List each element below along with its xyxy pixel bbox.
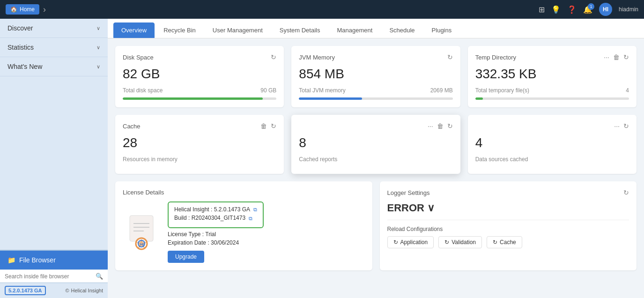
reload-app-icon: ↻ (393, 239, 398, 246)
search-bar: 🔍 (0, 269, 108, 283)
temp-progress (475, 97, 629, 100)
copy-product-icon[interactable]: ⧉ (253, 207, 257, 212)
disk-space-header: Disk Space ↻ (123, 53, 276, 61)
main-layout: Discover ∨ Statistics ∨ What's New ∨ 📁 F… (0, 19, 644, 298)
error-text: ERROR (387, 202, 424, 214)
cached-dots[interactable]: ··· (428, 122, 433, 130)
copy-build-icon[interactable]: ⧉ (249, 216, 252, 221)
dashboard: Disk Space ↻ 82 GB Total disk space 90 G… (108, 38, 644, 298)
reload-val-icon: ↻ (444, 239, 449, 246)
temp-footer: Total temporary file(s) 4 (475, 87, 629, 94)
file-browser-icon: 📁 (7, 256, 15, 264)
tab-user-management[interactable]: User Management (205, 22, 271, 38)
tab-system-details[interactable]: System Details (272, 22, 328, 38)
disk-space-label: Total disk space (123, 87, 163, 94)
data-sources-refresh[interactable]: ↻ (623, 122, 629, 130)
footer-brand: © Helical Insight (65, 288, 103, 293)
license-title: License Details (123, 189, 365, 196)
disk-space-fill (123, 97, 263, 100)
user-avatar[interactable]: HI (599, 3, 612, 16)
cache-card: Cache 🗑 ↻ 28 Resources in memory (115, 115, 284, 174)
reload-application-button[interactable]: ↻ Application (387, 236, 434, 248)
upgrade-button[interactable]: Upgrade (168, 251, 204, 263)
cache-label: Resources in memory (123, 156, 178, 163)
tabs: Overview Recycle Bin User Management Sys… (108, 19, 644, 38)
temp-directory-card: Temp Directory ··· 🗑 ↻ 332.35 KB Total t… (468, 46, 637, 107)
tab-management[interactable]: Management (329, 22, 380, 38)
file-browser-button[interactable]: 📁 File Browser (0, 251, 108, 269)
user-name[interactable]: hiadmin (619, 6, 638, 13)
license-type: License Type : Trial (168, 231, 365, 238)
license-info: Helical Insight : 5.2.0.1473 GA ⧉ Build … (168, 201, 365, 263)
tab-recycle-bin[interactable]: Recycle Bin (155, 22, 204, 38)
reload-validation-button[interactable]: ↻ Validation (438, 236, 482, 248)
reload-buttons: ↻ Application ↻ Validation ↻ Cache (387, 236, 629, 248)
jvm-header: JVM Memory ↻ (299, 53, 452, 61)
temp-header: Temp Directory ··· 🗑 ↻ (475, 53, 629, 61)
error-chevron: ∨ (427, 202, 435, 214)
cache-value: 28 (123, 135, 276, 150)
reload-cache-button[interactable]: ↻ Cache (487, 236, 522, 248)
disk-space-card: Disk Space ↻ 82 GB Total disk space 90 G… (115, 46, 284, 107)
help-icon[interactable]: ❓ (567, 5, 577, 14)
temp-actions: ··· 🗑 ↻ (604, 53, 629, 61)
tab-schedule[interactable]: Schedule (381, 22, 422, 38)
notification-bell[interactable]: 🔔 1 (583, 5, 592, 14)
cache-delete[interactable]: 🗑 (260, 122, 267, 130)
tab-overview[interactable]: Overview (113, 22, 155, 38)
award-svg: HI (125, 213, 158, 251)
search-icon[interactable]: 🔍 (96, 273, 103, 280)
data-sources-actions: ··· ↻ (614, 122, 629, 130)
statistics-chevron: ∨ (96, 45, 100, 51)
svg-text:HI: HI (140, 242, 144, 246)
bottom-row: License Details HI (115, 181, 637, 270)
disk-space-total: 90 GB (260, 87, 276, 94)
license-expiry: Expiration Date : 30/06/2024 (168, 239, 365, 246)
cached-refresh[interactable]: ↻ (447, 122, 453, 130)
disk-space-value: 82 GB (123, 67, 276, 82)
license-product: Helical Insight : 5.2.0.1473 GA ⧉ (174, 206, 257, 213)
logger-header: Logger Settings ↻ (387, 189, 629, 196)
temp-dots[interactable]: ··· (604, 53, 609, 61)
cached-delete[interactable]: 🗑 (437, 122, 444, 130)
disk-space-progress (123, 97, 276, 100)
whats-new-chevron: ∨ (96, 64, 100, 70)
temp-fill (475, 97, 483, 100)
version-badge: 5.2.0.1473 GA (5, 286, 46, 295)
license-content: HI Helical Insight : 5.2.0.1473 GA ⧉ Bu (123, 201, 365, 263)
temp-delete[interactable]: 🗑 (613, 53, 620, 61)
whats-new-label: What's New (7, 63, 42, 70)
copyright-icon: © (65, 288, 69, 293)
reload-app-label: Application (400, 239, 428, 246)
tab-plugins[interactable]: Plugins (424, 22, 460, 38)
bulb-icon[interactable]: 💡 (551, 5, 561, 14)
sidebar-item-statistics[interactable]: Statistics ∨ (0, 38, 108, 57)
jvm-refresh[interactable]: ↻ (447, 53, 453, 61)
disk-space-title: Disk Space (123, 54, 154, 61)
jvm-footer: Total JVM memory 2069 MB (299, 87, 452, 94)
cards-row-1: Disk Space ↻ 82 GB Total disk space 90 G… (115, 46, 637, 107)
jvm-value: 854 MB (299, 67, 452, 82)
error-level[interactable]: ERROR ∨ (387, 202, 629, 214)
cache-header: Cache 🗑 ↻ (123, 122, 276, 130)
cache-actions: 🗑 ↻ (260, 122, 276, 130)
data-sources-dots[interactable]: ··· (614, 122, 620, 130)
disk-space-refresh[interactable]: ↻ (271, 53, 276, 61)
jvm-progress (299, 97, 452, 100)
grid-icon[interactable]: ⊞ (539, 5, 545, 14)
temp-refresh[interactable]: ↻ (623, 53, 629, 61)
sidebar-item-whats-new[interactable]: What's New ∨ (0, 57, 108, 76)
home-label: Home (20, 6, 35, 13)
search-input[interactable] (5, 273, 93, 280)
cache-refresh[interactable]: ↻ (271, 122, 276, 130)
cached-reports-label: Cached reports (299, 156, 337, 163)
logger-refresh[interactable]: ↻ (623, 189, 629, 196)
home-button[interactable]: 🏠 Home (6, 4, 39, 15)
sidebar-item-discover[interactable]: Discover ∨ (0, 19, 108, 38)
cache-footer: Resources in memory (123, 156, 276, 163)
temp-value: 332.35 KB (475, 67, 629, 82)
reload-val-label: Validation (452, 239, 476, 246)
cached-reports-footer: Cached reports (299, 156, 452, 163)
cached-reports-header: ··· 🗑 ↻ (299, 122, 452, 130)
license-highlighted: Helical Insight : 5.2.0.1473 GA ⧉ Build … (168, 201, 264, 228)
